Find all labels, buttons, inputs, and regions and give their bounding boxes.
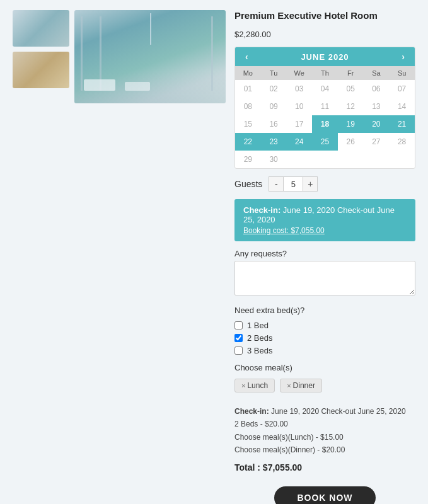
small-thumbnails xyxy=(13,10,69,499)
calendar-day-26[interactable]: 26 xyxy=(338,133,364,151)
extra-beds-label: Need extra bed(s)? xyxy=(234,306,415,315)
extra-beds-section: Need extra bed(s)? 1 Bed 2 Beds 3 Beds xyxy=(234,306,415,355)
guests-minus-btn[interactable]: - xyxy=(269,176,284,192)
bed-1-checkbox[interactable] xyxy=(234,321,243,329)
calendar-day-30[interactable]: 30 xyxy=(261,151,287,168)
book-now-button[interactable]: BOOK NOW xyxy=(274,486,375,504)
calendar-next-btn[interactable]: › xyxy=(399,52,407,62)
meal-tags: × Lunch × Dinner xyxy=(234,379,415,392)
calendar: ‹ JUNE 2020 › MoTuWeThFrSaSu 01020304050… xyxy=(234,47,415,169)
calendar-day-13[interactable]: 13 xyxy=(364,98,390,115)
calendar-day-empty xyxy=(312,151,338,168)
meal-tag-lunch[interactable]: × Lunch xyxy=(234,379,275,392)
summary-section: Check-in: June 19, 2020 Check-out June 2… xyxy=(234,405,415,475)
booking-banner-line2: Booking cost: $7,055.00 xyxy=(243,226,407,235)
calendar-day-empty xyxy=(364,151,390,168)
calendar-month: JUNE 2020 xyxy=(301,52,349,62)
calendar-day-03[interactable]: 03 xyxy=(286,80,312,98)
calendar-week-4: 22232425262728 xyxy=(235,133,415,151)
calendar-day-12[interactable]: 12 xyxy=(338,98,364,115)
calendar-week-2: 08091011121314 xyxy=(235,98,415,115)
calendar-day-14[interactable]: 14 xyxy=(389,98,415,115)
hotel-title: Premium Executive Hotel Room xyxy=(234,10,415,21)
calendar-day-29[interactable]: 29 xyxy=(235,151,261,168)
guests-plus-btn[interactable]: + xyxy=(303,176,318,192)
booking-banner: Check-in: June 19, 2020 Check-out June 2… xyxy=(234,199,415,241)
summary-checkout-val: June 25, 2020 xyxy=(358,407,406,416)
right-panel: Premium Executive Hotel Room $2,280.00 ‹… xyxy=(234,10,415,504)
meal-tag-dinner-label: Dinner xyxy=(293,381,315,390)
calendar-day-15[interactable]: 15 xyxy=(235,115,261,133)
calendar-day-27[interactable]: 27 xyxy=(364,133,390,151)
calendar-day-09[interactable]: 09 xyxy=(261,98,287,115)
requests-textarea[interactable] xyxy=(234,261,415,295)
calendar-day-07[interactable]: 07 xyxy=(389,80,415,98)
hotel-price: $2,280.00 xyxy=(234,30,415,39)
page-container: Premium Executive Hotel Room $2,280.00 ‹… xyxy=(0,0,428,504)
top-section: Premium Executive Hotel Room $2,280.00 ‹… xyxy=(13,10,415,504)
calendar-day-28[interactable]: 28 xyxy=(389,133,415,151)
bed-1-label: 1 Bed xyxy=(247,321,269,330)
calendar-day-16[interactable]: 16 xyxy=(261,115,287,133)
calendar-day-empty xyxy=(389,151,415,168)
thumbnail-1[interactable] xyxy=(13,10,69,47)
calendar-day-22[interactable]: 22 xyxy=(235,133,261,151)
checkout-label-text: Check-out xyxy=(337,205,374,215)
meal-tag-dinner[interactable]: × Dinner xyxy=(280,379,322,392)
calendar-prev-btn[interactable]: ‹ xyxy=(243,52,251,62)
meal-tag-lunch-label: Lunch xyxy=(247,381,268,390)
weekday-sa: Sa xyxy=(364,66,390,80)
summary-checkin-val: June 19, 2020 xyxy=(271,407,319,416)
calendar-day-01[interactable]: 01 xyxy=(235,80,261,98)
calendar-day-02[interactable]: 02 xyxy=(261,80,287,98)
weekday-tu: Tu xyxy=(261,66,287,80)
calendar-week-1: 01020304050607 xyxy=(235,80,415,98)
summary-checkin-label: Check-in: xyxy=(234,407,269,416)
calendar-header: ‹ JUNE 2020 › xyxy=(235,47,415,66)
requests-section: Any requests? xyxy=(234,249,415,298)
bed-option-2[interactable]: 2 Beds xyxy=(234,333,415,343)
calendar-day-10[interactable]: 10 xyxy=(286,98,312,115)
meals-label: Choose meal(s) xyxy=(234,363,415,372)
calendar-day-24[interactable]: 24 xyxy=(286,133,312,151)
calendar-day-23[interactable]: 23 xyxy=(261,133,287,151)
calendar-week-5: 2930 xyxy=(235,151,415,168)
calendar-day-21[interactable]: 21 xyxy=(389,115,415,133)
total-label: Total : xyxy=(234,462,260,472)
guests-stepper: - 5 + xyxy=(269,176,318,192)
images-area xyxy=(13,10,226,499)
summary-lunch: Choose meal(s)(Lunch) - $15.00 xyxy=(234,431,415,444)
thumbnail-2[interactable] xyxy=(13,52,69,88)
calendar-body: 0102030405060708091011121314151617181920… xyxy=(235,80,415,168)
meal-tag-dinner-x[interactable]: × xyxy=(287,382,291,389)
bed-2-checkbox[interactable] xyxy=(234,334,243,342)
bed-3-checkbox[interactable] xyxy=(234,346,243,355)
calendar-day-18[interactable]: 18 xyxy=(312,115,338,133)
calendar-day-08[interactable]: 08 xyxy=(235,98,261,115)
requests-label: Any requests? xyxy=(234,249,415,258)
calendar-day-17[interactable]: 17 xyxy=(286,115,312,133)
calendar-day-04[interactable]: 04 xyxy=(312,80,338,98)
calendar-day-06[interactable]: 06 xyxy=(364,80,390,98)
weekday-we: We xyxy=(286,66,312,80)
weekday-su: Su xyxy=(389,66,415,80)
calendar-week-3: 15161718192021 xyxy=(235,115,415,133)
weekday-fr: Fr xyxy=(338,66,364,80)
bed-option-3[interactable]: 3 Beds xyxy=(234,346,415,355)
weekday-th: Th xyxy=(312,66,338,80)
calendar-day-05[interactable]: 05 xyxy=(338,80,364,98)
summary-total: Total : $7,055.00 xyxy=(234,461,415,476)
calendar-day-11[interactable]: 11 xyxy=(312,98,338,115)
guests-label: Guests xyxy=(234,179,262,189)
guests-row: Guests - 5 + xyxy=(234,176,415,192)
meal-tag-lunch-x[interactable]: × xyxy=(241,382,245,389)
summary-beds: 2 Beds - $20.00 xyxy=(234,418,415,430)
book-button-wrap: BOOK NOW xyxy=(234,486,415,504)
calendar-day-19[interactable]: 19 xyxy=(338,115,364,133)
meals-section: Choose meal(s) × Lunch × Dinner xyxy=(234,363,415,392)
summary-checkin-row: Check-in: June 19, 2020 Check-out June 2… xyxy=(234,405,415,418)
calendar-day-20[interactable]: 20 xyxy=(364,115,390,133)
calendar-day-25[interactable]: 25 xyxy=(312,133,338,151)
bed-option-1[interactable]: 1 Bed xyxy=(234,321,415,330)
bed-2-label: 2 Beds xyxy=(247,333,272,343)
